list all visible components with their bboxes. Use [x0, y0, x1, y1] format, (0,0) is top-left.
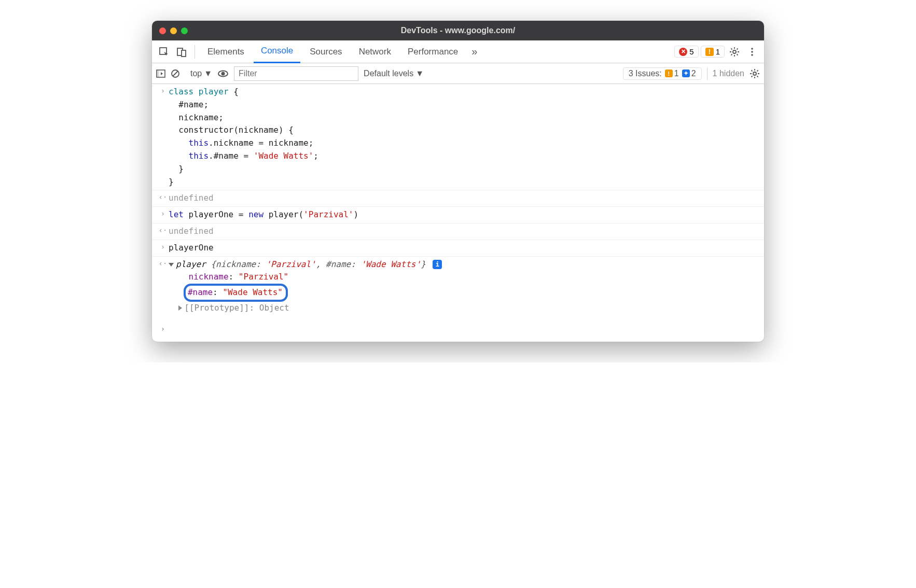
svg-rect-8	[157, 70, 159, 77]
return-arrow-icon: ‹·	[157, 192, 169, 205]
settings-icon[interactable]	[727, 44, 742, 60]
errors-badge[interactable]: ✕ 5	[674, 46, 698, 58]
console-input-row[interactable]: › let playerOne = new player('Parzival')	[152, 207, 764, 223]
svg-point-13	[753, 72, 756, 75]
titlebar: DevTools - www.google.com/	[152, 21, 764, 40]
object-expansion[interactable]: player {nickname: 'Parzival', #name: 'Wa…	[169, 258, 764, 315]
tabs-overflow-button[interactable]: »	[467, 40, 481, 63]
chevron-down-icon: ▼	[415, 69, 424, 78]
svg-point-5	[751, 51, 753, 53]
context-selector[interactable]: top ▼	[190, 69, 212, 78]
console-return-row: ‹· player {nickname: 'Parzival', #name: …	[152, 257, 764, 316]
console-input-row[interactable]: › class player { #name; nickname; constr…	[152, 84, 764, 190]
warning-icon: !	[705, 48, 714, 56]
sidebar-toggle-icon[interactable]	[156, 69, 165, 78]
tab-network[interactable]: Network	[352, 40, 398, 63]
property-key: nickname	[189, 272, 229, 282]
window-title: DevTools - www.google.com/	[152, 26, 764, 35]
console-settings-icon[interactable]	[750, 68, 760, 79]
device-toolbar-icon[interactable]	[174, 44, 189, 60]
errors-count: 5	[689, 47, 693, 56]
warnings-count: 1	[716, 47, 720, 56]
prototype-row[interactable]: [[Prototype]]: Object	[184, 303, 289, 313]
return-value: undefined	[169, 225, 764, 238]
levels-label: Default levels	[364, 69, 413, 78]
svg-point-6	[751, 54, 753, 56]
expand-triangle-icon[interactable]	[178, 305, 182, 311]
code-line: playerOne	[169, 242, 764, 255]
warnings-badge[interactable]: ! 1	[701, 46, 725, 58]
console-toolbar: top ▼ Default levels ▼ 3 Issues: !1 ✦2 1…	[152, 63, 764, 84]
divider	[195, 45, 195, 59]
issues-info-badge: ✦2	[682, 69, 696, 78]
console-return-row: ‹· undefined	[152, 223, 764, 240]
filter-input[interactable]	[234, 66, 358, 81]
return-arrow-icon: ‹·	[157, 258, 169, 315]
return-arrow-icon: ‹·	[157, 225, 169, 238]
chevron-down-icon: ▼	[204, 69, 212, 78]
property-value: "Parzival"	[239, 272, 288, 282]
minimize-window-button[interactable]	[170, 27, 177, 34]
issues-button[interactable]: 3 Issues: !1 ✦2	[623, 67, 702, 80]
inspect-element-icon[interactable]	[156, 44, 172, 60]
info-icon[interactable]: i	[433, 260, 442, 269]
input-chevron-icon: ›	[157, 208, 169, 221]
tab-elements[interactable]: Elements	[200, 40, 252, 63]
main-toolbar: Elements Console Sources Network Perform…	[152, 40, 764, 63]
context-label: top	[190, 69, 202, 78]
code-line: let playerOne = new player('Parzival')	[169, 208, 764, 221]
svg-point-3	[733, 50, 736, 53]
error-icon: ✕	[679, 48, 687, 56]
clear-console-icon[interactable]	[171, 69, 180, 78]
tab-performance[interactable]: Performance	[400, 40, 465, 63]
console-output: › class player { #name; nickname; constr…	[152, 84, 764, 342]
console-return-row: ‹· undefined	[152, 190, 764, 207]
svg-point-4	[751, 48, 753, 50]
svg-line-10	[173, 71, 178, 76]
devtools-window: DevTools - www.google.com/ Elements Cons…	[152, 21, 764, 342]
traffic-lights	[159, 27, 188, 34]
property-value: "Wade Watts"	[223, 287, 283, 297]
return-value: undefined	[169, 192, 764, 205]
info-icon: ✦	[682, 69, 690, 77]
property-key: #name	[188, 287, 213, 297]
hidden-messages[interactable]: 1 hidden	[713, 69, 744, 78]
divider	[707, 67, 707, 80]
warning-icon: !	[665, 69, 673, 77]
code-block: class player { #name; nickname; construc…	[169, 86, 764, 188]
prompt-input[interactable]	[169, 324, 764, 335]
tab-console[interactable]: Console	[254, 40, 300, 63]
issues-label: 3 Issues:	[629, 69, 662, 78]
input-chevron-icon: ›	[157, 242, 169, 255]
zoom-window-button[interactable]	[181, 27, 188, 34]
prompt-chevron-icon: ›	[157, 324, 169, 335]
live-expression-icon[interactable]	[217, 68, 229, 79]
console-prompt-row[interactable]: ›	[152, 316, 764, 342]
svg-rect-2	[182, 50, 186, 57]
log-levels-selector[interactable]: Default levels ▼	[364, 69, 424, 78]
console-input-row[interactable]: › playerOne	[152, 240, 764, 257]
collapse-triangle-icon[interactable]	[169, 263, 174, 267]
close-window-button[interactable]	[159, 27, 166, 34]
svg-point-12	[221, 72, 225, 75]
issues-warn-badge: !1	[665, 69, 679, 78]
input-chevron-icon: ›	[157, 86, 169, 188]
more-options-icon[interactable]	[744, 44, 760, 60]
highlighted-private-field: #name: "Wade Watts"	[184, 284, 288, 302]
tab-sources[interactable]: Sources	[302, 40, 349, 63]
